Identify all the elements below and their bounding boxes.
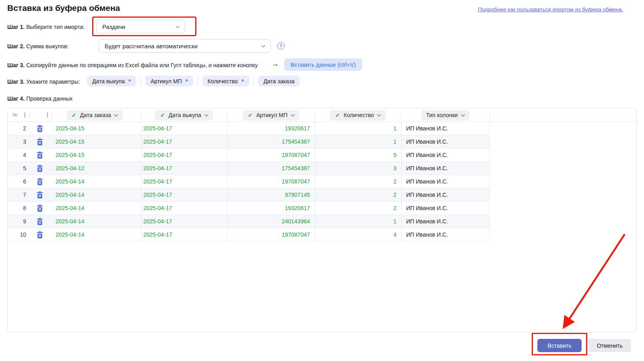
row-number: 3 (8, 135, 26, 149)
order-date-cell: 2025-04-14 (56, 215, 85, 228)
row-number: 5 (8, 162, 26, 175)
table-row: 5 2025-04-12 2025-04-17 175454387 3 ИП И… (8, 162, 489, 175)
buyout-date-cell: 2025-04-17 (143, 175, 172, 188)
row-number: 8 (8, 202, 26, 215)
article-cell: 175454387 (227, 135, 310, 149)
row-number: 10 (8, 228, 26, 241)
step2-label-text: Сумма выкупов: (25, 43, 68, 50)
param-chip-label: Артикул МП (151, 78, 182, 85)
delete-row-icon[interactable] (37, 165, 43, 172)
header-divider (29, 112, 30, 118)
article-cell: 97907145 (227, 188, 310, 202)
param-chip[interactable]: Дата выкупа * (87, 76, 136, 87)
column-type-cell: ИП Иванов И.С. (406, 122, 448, 135)
delete-row-icon[interactable] (37, 191, 43, 199)
order-date-cell: 2025-04-15 (56, 149, 85, 162)
chevron-down-icon (114, 113, 118, 117)
column-type-cell: ИП Иванов И.С. (406, 188, 448, 202)
table-column-header[interactable]: ✓ Артикул МП (243, 110, 299, 120)
table-column-header[interactable]: ✓ Количество (330, 110, 386, 120)
step3-copy-label-bold: Шаг 3. (7, 62, 25, 68)
table-row: 6 2025-04-14 2025-04-17 197087047 2 ИП И… (8, 175, 489, 188)
buyout-sum-value: Будет рассчитана автоматически (105, 43, 262, 50)
header-divider (315, 112, 315, 118)
step3-copy-label: Шаг 3. Скопируйте данные по операциям из… (7, 62, 258, 68)
table-row: 7 2025-04-14 2025-04-17 97907145 2 ИП Ив… (8, 188, 489, 202)
column-header-label: Дата выкупа (169, 112, 201, 118)
order-date-cell: 2025-04-12 (56, 162, 85, 175)
order-date-cell: 2025-04-14 (56, 202, 85, 215)
import-type-select[interactable]: Раздачи (96, 20, 185, 33)
order-date-cell: 2025-04-15 (56, 122, 85, 135)
table-row: 2 2025-04-15 2025-04-17 19320617 1 ИП Ив… (8, 122, 489, 135)
chevron-down-icon (176, 24, 180, 28)
header-divider (489, 112, 490, 118)
column-menu-icon[interactable]: ⋮ (22, 111, 28, 119)
right-arrow-icon: → (271, 60, 279, 68)
column-header-label: Тип колонки (426, 112, 458, 118)
row-number: 4 (8, 149, 26, 162)
delete-row-icon[interactable] (37, 218, 43, 225)
required-asterisk: * (186, 78, 188, 85)
article-cell: 19320617 (227, 122, 310, 135)
quantity-cell: 4 (315, 228, 396, 241)
chevron-down-icon (204, 113, 208, 117)
help-link[interactable]: Подробнее как пользоваться ипортом из бу… (478, 6, 623, 12)
table-column-header[interactable]: ✓ Дата выкупа (155, 110, 213, 120)
header-divider (141, 112, 141, 118)
delete-row-icon[interactable] (37, 178, 43, 186)
buyout-date-cell: 2025-04-17 (143, 228, 172, 241)
header-divider (227, 112, 227, 118)
chevron-down-icon (461, 113, 465, 117)
step1-label-text: Выберите тип иморта: (25, 24, 85, 30)
delete-row-icon[interactable] (37, 138, 43, 146)
param-chip[interactable]: Количество * (202, 76, 249, 87)
order-date-cell: 2025-04-14 (56, 175, 85, 188)
param-chip-label: Дата заказа (264, 78, 295, 85)
delete-row-icon[interactable] (37, 231, 43, 239)
question-mark-icon[interactable]: ? (277, 42, 285, 50)
table-row: 10 2025-04-14 2025-04-17 197087047 4 ИП … (8, 228, 489, 241)
quantity-cell: 1 (315, 215, 396, 228)
buyout-date-cell: 2025-04-17 (143, 162, 172, 175)
step1-label: Шаг 1. Выберите тип иморта: (7, 24, 85, 30)
required-asterisk: * (128, 78, 131, 85)
delete-row-icon[interactable] (37, 151, 43, 159)
check-icon: ✓ (72, 112, 76, 118)
article-cell: 175454387 (227, 162, 310, 175)
delete-row-icon[interactable] (37, 125, 43, 132)
buyout-date-cell: 2025-04-17 (143, 135, 172, 149)
table-column-header[interactable]: ✓ Дата заказа (66, 110, 123, 120)
paste-data-button[interactable]: Вставить данные (ctrl+V) (284, 58, 362, 71)
delete-row-icon[interactable] (37, 204, 43, 212)
column-type-cell: ИП Иванов И.С. (406, 135, 448, 149)
column-type-cell: ИП Иванов И.С. (406, 228, 448, 241)
column-header-label: Артикул МП (256, 112, 287, 118)
buyout-date-cell: 2025-04-17 (143, 215, 172, 228)
check-icon: ✓ (160, 112, 165, 118)
cancel-button[interactable]: Отменить (588, 339, 631, 352)
step3-params-label: Шаг 3. Укажите параметры: (7, 78, 80, 85)
table-row: 4 2025-04-15 2025-04-17 197087047 5 ИП И… (8, 149, 489, 162)
buyout-date-cell: 2025-04-17 (143, 202, 172, 215)
column-menu-icon[interactable]: ⋮ (45, 111, 50, 119)
row-number: 7 (8, 188, 26, 202)
buyout-sum-select[interactable]: Будет рассчитана автоматически (99, 39, 271, 53)
chip-divider (198, 76, 198, 86)
param-chips: Дата выкупа * Артикул МП * Количество * … (87, 76, 300, 87)
chevron-down-icon (262, 43, 266, 47)
check-icon: ✓ (335, 112, 340, 118)
quantity-cell: 1 (315, 122, 396, 135)
column-type-cell: ИП Иванов И.С. (406, 162, 448, 175)
param-chip[interactable]: Дата заказа (258, 76, 300, 87)
quantity-cell: 2 (315, 188, 396, 202)
insert-button[interactable]: Вставить (537, 339, 582, 352)
order-date-cell: 2025-04-14 (56, 188, 85, 202)
table-column-header[interactable]: Тип колонки (421, 110, 470, 120)
table-body: 2 2025-04-15 2025-04-17 19320617 1 ИП Ив… (8, 122, 489, 241)
table-row: 8 2025-04-14 2025-04-17 19320617 2 ИП Ив… (8, 202, 489, 215)
column-grid-line (489, 122, 490, 241)
data-preview-table: № ⋮ ⋮ ✓ Дата заказа ✓ Дата выкупа ✓ Арти… (7, 108, 637, 332)
step2-label: Шаг 2. Сумма выкупов: (7, 43, 69, 50)
param-chip[interactable]: Артикул МП * (145, 76, 193, 87)
